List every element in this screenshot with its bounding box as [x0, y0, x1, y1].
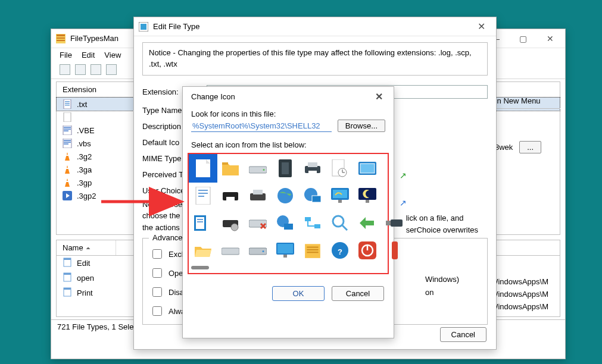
icon-red-stub[interactable]: [383, 239, 407, 262]
browse-more-button[interactable]: ...: [519, 141, 541, 153]
ftman-maximize-button[interactable]: ▢: [513, 34, 533, 43]
eft-notice: Notice - Changing the properties of this…: [142, 42, 488, 76]
ci-titlebar[interactable]: Change Icon ✕: [183, 87, 394, 106]
always-checkbox[interactable]: [152, 306, 162, 316]
icon-overlay-arrow[interactable]: ↗: [383, 184, 407, 208]
svg-rect-50: [253, 190, 263, 194]
icon-printer[interactable]: [301, 156, 325, 180]
menu-edit[interactable]: Edit: [82, 51, 95, 59]
tool-refresh-icon[interactable]: [75, 64, 86, 75]
icon-moon-screen[interactable]: [355, 184, 379, 208]
exclude-checkbox[interactable]: [152, 249, 162, 259]
icon-printer-disc[interactable]: [219, 211, 242, 235]
look-label: Look for icons in this file:: [183, 106, 394, 120]
icon-globe[interactable]: [273, 184, 297, 208]
icon-monitor[interactable]: [273, 239, 297, 262]
icon-doc-text[interactable]: [191, 184, 215, 208]
eft-sidetext2: Windows) on: [425, 273, 459, 299]
svg-rect-20: [64, 258, 71, 260]
svg-rect-74: [222, 248, 239, 255]
svg-marker-15: [65, 178, 70, 187]
rightcol-header[interactable]: In New Menu: [489, 93, 560, 109]
tool-props-icon[interactable]: [106, 64, 117, 75]
icon-path-input[interactable]: [191, 120, 332, 132]
svg-marker-13: [65, 165, 70, 174]
icon-grid[interactable]: ↗ ↗ ?: [191, 156, 385, 262]
eft-cancel-button[interactable]: Cancel: [440, 327, 486, 342]
svg-rect-1: [57, 34, 65, 36]
svg-rect-68: [305, 217, 311, 221]
ci-close-button[interactable]: ✕: [369, 91, 389, 102]
video-icon: [63, 191, 72, 200]
svg-point-51: [277, 188, 293, 203]
svg-rect-56: [338, 200, 342, 203]
eft-titlebar[interactable]: Edit File Type ✕: [134, 17, 496, 36]
icon-overlay-share[interactable]: ↗: [383, 156, 407, 180]
notepad-icon: [63, 258, 72, 269]
svg-rect-22: [64, 273, 71, 275]
browse-button[interactable]: Browse...: [338, 120, 385, 132]
icon-screen-frame[interactable]: [355, 156, 379, 180]
icon-screen-doc[interactable]: [191, 211, 215, 235]
menu-view[interactable]: View: [104, 51, 121, 59]
ci-ok-button[interactable]: OK: [272, 286, 325, 301]
svg-rect-83: [307, 252, 318, 253]
icon-drive[interactable]: [246, 156, 270, 180]
svg-rect-48: [226, 197, 235, 202]
svg-text:?: ?: [338, 247, 342, 256]
icon-usb[interactable]: [383, 211, 407, 235]
svg-rect-58: [366, 200, 369, 203]
svg-rect-57: [358, 188, 376, 200]
icon-doc-clock[interactable]: [328, 156, 352, 180]
ci-title: Change Icon: [188, 92, 369, 101]
svg-rect-55: [333, 190, 347, 198]
icon-drive-2[interactable]: [219, 239, 242, 262]
icon-help[interactable]: ?: [328, 239, 352, 262]
menu-file[interactable]: File: [60, 51, 72, 59]
svg-rect-6: [65, 103, 70, 104]
tool-copy-icon[interactable]: [91, 64, 101, 75]
arrow-annotation: [101, 192, 191, 214]
icon-globe-mon[interactable]: [273, 211, 297, 235]
ftman-close-button[interactable]: ✕: [540, 34, 560, 43]
icon-search[interactable]: [328, 211, 352, 235]
svg-rect-78: [277, 244, 293, 253]
svg-rect-14: [66, 168, 69, 169]
icon-folder[interactable]: [219, 156, 242, 180]
svg-rect-61: [197, 219, 203, 220]
ci-cancel-button[interactable]: Cancel: [332, 286, 384, 301]
select-label: Select an icon from the list below:: [183, 137, 394, 150]
svg-rect-38: [308, 171, 317, 175]
icon-printer-2[interactable]: [246, 184, 270, 208]
tool-save-icon[interactable]: [60, 64, 70, 75]
svg-rect-42: [360, 164, 375, 173]
open-checkbox[interactable]: [152, 268, 162, 278]
icon-network[interactable]: [301, 211, 325, 235]
svg-rect-45: [198, 193, 208, 194]
icon-grid-scrollbar[interactable]: [191, 266, 209, 269]
disable-checkbox[interactable]: [152, 287, 162, 297]
icon-folder-open[interactable]: [191, 239, 215, 262]
icon-globe-screen[interactable]: [301, 184, 325, 208]
icon-drive-x[interactable]: [246, 211, 270, 235]
svg-marker-11: [65, 152, 70, 161]
file-icon: [63, 99, 72, 109]
notepad-icon: [63, 287, 72, 299]
icon-screensaver[interactable]: [328, 184, 352, 208]
icon-files[interactable]: [301, 239, 325, 262]
icon-doc-blank[interactable]: [191, 156, 215, 180]
icon-grid-outline: ↗ ↗ ?: [188, 153, 389, 274]
eft-close-button[interactable]: ✕: [471, 21, 491, 32]
svg-rect-79: [283, 255, 287, 258]
icon-chip[interactable]: [273, 156, 297, 180]
icon-back-arrow[interactable]: [355, 211, 379, 235]
svg-rect-53: [312, 196, 321, 202]
svg-rect-4: [64, 99, 71, 109]
icon-printer-black[interactable]: [219, 184, 242, 208]
svg-rect-62: [197, 221, 203, 222]
icon-drive-3[interactable]: [246, 239, 270, 262]
svg-point-70: [333, 216, 344, 227]
svg-rect-89: [392, 241, 398, 259]
svg-rect-16: [66, 181, 69, 182]
icon-power[interactable]: [355, 239, 379, 262]
